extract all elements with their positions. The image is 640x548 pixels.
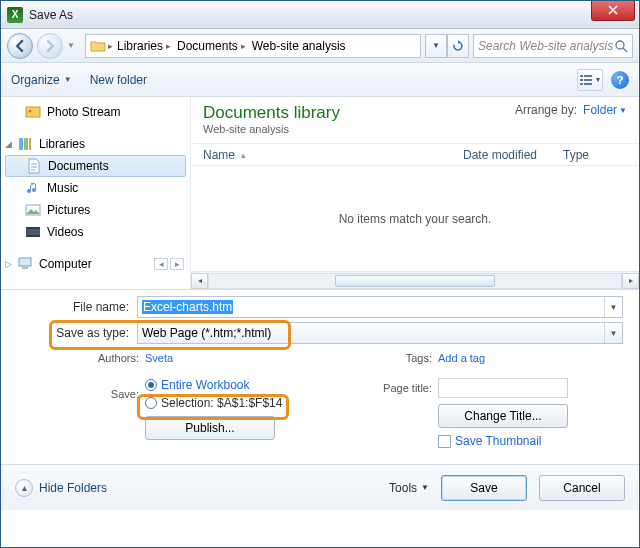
save-thumbnail-checkbox[interactable]: Save Thumbnail (438, 434, 542, 448)
authors-label: Authors: (77, 352, 145, 364)
svg-rect-16 (19, 258, 31, 266)
hide-folders-button[interactable]: ▴ Hide Folders (15, 479, 107, 497)
photo-icon (25, 104, 41, 120)
tree-scroll-left[interactable]: ◂ (154, 258, 168, 270)
svg-rect-3 (580, 79, 583, 81)
cancel-button[interactable]: Cancel (539, 475, 625, 501)
svg-point-8 (29, 110, 32, 113)
arrange-by-dropdown[interactable]: Folder ▼ (583, 103, 627, 117)
column-date[interactable]: Date modified (463, 148, 563, 162)
libraries-icon (17, 136, 33, 152)
svg-rect-17 (22, 267, 28, 269)
authors-value[interactable]: Sveta (145, 352, 173, 364)
svg-point-0 (616, 41, 624, 49)
search-input[interactable]: Search Web-site analysis (473, 34, 633, 58)
breadcrumb-documents[interactable]: Documents (177, 39, 238, 53)
filename-input[interactable]: Excel-charts.htm ▼ (137, 296, 623, 318)
chevron-up-icon: ▴ (15, 479, 33, 497)
scroll-right-button[interactable]: ▸ (622, 273, 639, 289)
publish-button[interactable]: Publish... (145, 416, 275, 440)
refresh-button[interactable] (447, 34, 469, 58)
empty-message: No items match your search. (191, 166, 639, 271)
filename-dropdown[interactable]: ▼ (604, 297, 622, 317)
column-type[interactable]: Type (563, 148, 589, 162)
close-button[interactable] (591, 1, 635, 21)
arrange-by-label: Arrange by: (515, 103, 577, 117)
window-title: Save As (29, 8, 73, 22)
tags-value[interactable]: Add a tag (438, 352, 485, 364)
toolbar: Organize ▼ New folder ▼ ? (1, 63, 639, 97)
horizontal-scrollbar[interactable]: ◂ ▸ (191, 271, 639, 289)
videos-icon (25, 224, 41, 240)
titlebar: X Save As (1, 1, 639, 29)
scroll-left-button[interactable]: ◂ (191, 273, 208, 289)
radio-entire-workbook[interactable]: Entire Workbook (145, 378, 282, 392)
forward-button[interactable] (37, 33, 63, 59)
pagetitle-label: Page title: (370, 382, 438, 394)
search-placeholder: Search Web-site analysis (478, 39, 613, 53)
music-icon (25, 180, 41, 196)
savetype-dropdown[interactable]: Web Page (*.htm;*.html) ▼ (137, 322, 623, 344)
scroll-thumb[interactable] (335, 275, 495, 287)
tree-computer[interactable]: ▷ Computer ◂ ▸ (1, 253, 190, 275)
tree-pictures[interactable]: Pictures (1, 199, 190, 221)
computer-icon (17, 256, 33, 272)
column-headers[interactable]: Name ▴ Date modified Type (191, 144, 639, 166)
back-button[interactable] (7, 33, 33, 59)
tree-music[interactable]: Music (1, 177, 190, 199)
svg-rect-10 (24, 138, 28, 150)
body: Photo Stream ◢ Libraries Documents Music… (1, 97, 639, 289)
breadcrumb-libraries[interactable]: Libraries (117, 39, 163, 53)
library-subtitle: Web-site analysis (203, 123, 340, 135)
documents-icon (26, 158, 42, 174)
svg-rect-7 (26, 107, 40, 117)
sort-asc-icon: ▴ (241, 150, 246, 160)
save-radio-label: Save: (77, 388, 145, 400)
navbar: ▼ ▸ Libraries▸ Documents▸ Web-site analy… (1, 29, 639, 63)
svg-rect-11 (29, 138, 31, 150)
svg-rect-15 (26, 235, 40, 237)
pictures-icon (25, 202, 41, 218)
filename-label: File name: (17, 300, 137, 314)
svg-rect-6 (584, 83, 592, 85)
pagetitle-input[interactable] (438, 378, 568, 398)
help-button[interactable]: ? (611, 71, 629, 89)
column-name[interactable]: Name (203, 148, 235, 162)
svg-rect-1 (580, 75, 583, 77)
checkbox-icon (438, 435, 451, 448)
change-title-button[interactable]: Change Title... (438, 404, 568, 428)
tree-documents[interactable]: Documents (5, 155, 186, 177)
svg-rect-14 (26, 227, 40, 229)
excel-icon: X (7, 7, 23, 23)
organize-button[interactable]: Organize ▼ (11, 73, 72, 87)
view-options-button[interactable]: ▼ (577, 69, 603, 91)
content-pane: Documents library Web-site analysis Arra… (191, 97, 639, 289)
svg-rect-2 (584, 75, 592, 77)
radio-unselected-icon (145, 397, 157, 409)
tags-label: Tags: (370, 352, 438, 364)
savetype-chevron[interactable]: ▼ (604, 323, 622, 343)
chevron-down-icon: ◢ (5, 139, 12, 149)
save-form: File name: Excel-charts.htm ▼ Save as ty… (1, 289, 639, 464)
breadcrumb[interactable]: ▸ Libraries▸ Documents▸ Web-site analysi… (85, 34, 421, 58)
nav-tree: Photo Stream ◢ Libraries Documents Music… (1, 97, 191, 289)
history-dropdown[interactable]: ▼ (67, 41, 81, 50)
svg-rect-5 (580, 83, 583, 85)
tree-videos[interactable]: Videos (1, 221, 190, 243)
save-button[interactable]: Save (441, 475, 527, 501)
save-as-dialog: X Save As ▼ ▸ Libraries▸ Documents▸ Web-… (0, 0, 640, 548)
library-title: Documents library (203, 103, 340, 123)
breadcrumb-current[interactable]: Web-site analysis (252, 39, 346, 53)
path-dropdown[interactable]: ▼ (425, 34, 447, 58)
tree-photo-stream[interactable]: Photo Stream (1, 101, 190, 123)
svg-rect-4 (584, 79, 592, 81)
tree-scroll-right[interactable]: ▸ (170, 258, 184, 270)
new-folder-button[interactable]: New folder (90, 73, 147, 87)
radio-selected-icon (145, 379, 157, 391)
search-icon (614, 39, 628, 53)
radio-selection[interactable]: Selection: $A$1:$F$14 (145, 396, 282, 410)
tree-libraries[interactable]: ◢ Libraries (1, 133, 190, 155)
tools-dropdown[interactable]: Tools ▼ (389, 481, 429, 495)
folder-icon (90, 38, 106, 54)
svg-rect-9 (19, 138, 23, 150)
